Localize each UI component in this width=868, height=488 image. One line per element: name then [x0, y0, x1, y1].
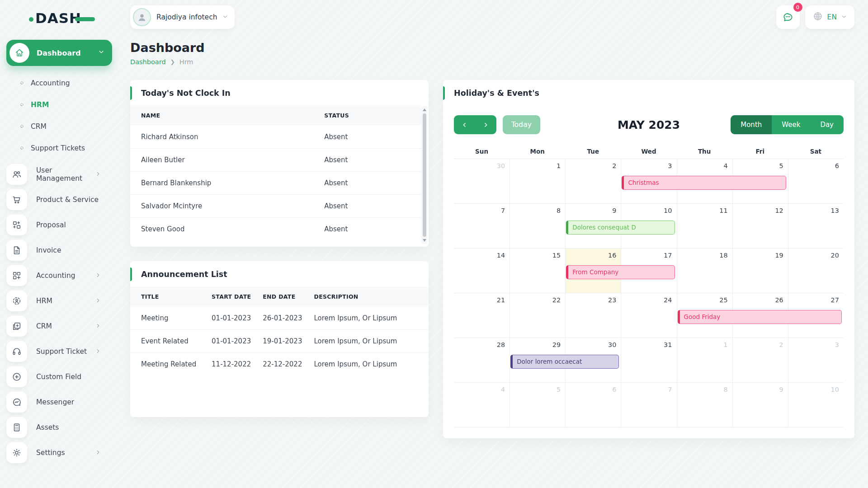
calendar-day-cell[interactable]: 2	[732, 338, 788, 382]
messages-badge: 0	[793, 3, 802, 12]
calendar-day-cell[interactable]: 31	[621, 338, 676, 382]
calendar-day-cell[interactable]: 12	[732, 204, 788, 248]
calendar-day-cell[interactable]: 7	[621, 383, 676, 427]
sidebar-item-messenger[interactable]: Messenger	[6, 389, 112, 415]
calendar-day-cell[interactable]: 30	[454, 159, 509, 203]
prev-month-button[interactable]	[454, 115, 475, 134]
calendar-day-cell[interactable]: 10	[788, 383, 844, 427]
sidebar-item-invoice[interactable]: Invoice	[6, 238, 112, 263]
chevron-down-icon	[98, 48, 105, 57]
calendar-day-cell[interactable]: 5	[509, 383, 565, 427]
cell-description: Lorem Ipsum, Or Lipsum	[314, 353, 418, 375]
calendar-day-cell[interactable]: 1	[509, 159, 565, 203]
sidebar-item-hrm[interactable]: HRM	[6, 288, 112, 314]
calendar-day-cell[interactable]: 1	[677, 338, 732, 382]
sidebar-item-dashboard[interactable]: Dashboard	[6, 40, 112, 66]
calendar-week-row: 14151617181920From Company	[454, 249, 844, 293]
scroll-down-arrow[interactable]	[423, 239, 426, 242]
calendar-day-cell[interactable]: 8	[677, 383, 732, 427]
bullet-icon	[19, 122, 25, 131]
cell-end-date: 26-01-2023	[263, 307, 314, 329]
view-month-button[interactable]: Month	[731, 115, 772, 134]
calendar-event-dolor-lorem-occaecat[interactable]: Dolor lorem occaecat	[510, 355, 619, 369]
chevron-right-icon	[95, 449, 112, 457]
table-row: Meeting01-01-202326-01-2023Lorem Ipsum, …	[130, 307, 429, 329]
today-button[interactable]: Today	[503, 115, 540, 134]
sidebar-item-label: Custom Field	[36, 373, 112, 381]
calendar-day-cell[interactable]: 9	[732, 383, 788, 427]
calendar-week-row: 30123456Christmas	[454, 159, 844, 204]
calendar-event-good-friday[interactable]: Good Friday	[678, 310, 842, 324]
view-week-button[interactable]: Week	[772, 115, 810, 134]
sidebar-item-label: Support Ticket	[36, 347, 95, 356]
calendar-day-cell[interactable]: 20	[788, 249, 844, 293]
calendar-day-cell[interactable]: 3	[788, 338, 844, 382]
calendar-day-cell[interactable]: 13	[788, 204, 844, 248]
sidebar-item-crm[interactable]: CRM	[6, 314, 112, 339]
breadcrumb-dashboard[interactable]: Dashboard	[130, 58, 166, 66]
sidebar-subitem-support-tickets[interactable]: Support Tickets	[6, 137, 112, 159]
scroll-up-arrow[interactable]	[423, 108, 426, 111]
messages-button[interactable]: 0	[776, 5, 800, 29]
calendar-day-cell[interactable]: 28	[454, 338, 509, 382]
sidebar-item-support-ticket[interactable]: Support Ticket	[6, 339, 112, 364]
calendar-day-cell[interactable]: 23	[565, 293, 621, 338]
sidebar-item-accounting[interactable]: Accounting	[6, 263, 112, 288]
column-header-name: NAME	[141, 105, 324, 126]
scrollbar-thumb[interactable]	[423, 113, 426, 237]
table-scrollbar[interactable]	[421, 106, 427, 244]
cell-start-date: 01-01-2023	[212, 330, 263, 352]
next-month-button[interactable]	[475, 115, 496, 134]
proposal-icon	[6, 215, 27, 235]
sidebar-subitem-hrm[interactable]: HRM	[6, 94, 112, 116]
company-selector[interactable]: Rajodiya infotech	[130, 5, 235, 29]
sidebar-item-user-management[interactable]: User Management	[6, 162, 112, 187]
calendar-day-cell[interactable]: 4	[454, 383, 509, 427]
chevron-right-icon	[95, 322, 112, 331]
cell-name: Steven Good	[141, 218, 324, 240]
subitem-label: Accounting	[31, 79, 70, 87]
calendar-toolbar: Today MAY 2023 Month Week Day	[443, 105, 854, 146]
sidebar-item-settings[interactable]: Settings	[6, 440, 112, 465]
cell-status: Absent	[324, 172, 410, 194]
chevron-right-icon	[95, 347, 112, 356]
calendar-event-dolores-consequat-d[interactable]: Dolores consequat D	[566, 221, 675, 235]
sidebar-item-proposal[interactable]: Proposal	[6, 212, 112, 238]
calendar-day-cell[interactable]: 18	[677, 249, 732, 293]
sidebar-item-label: CRM	[36, 322, 95, 330]
weekday-label: Wed	[621, 146, 676, 159]
calendar-day-cell[interactable]: 2	[565, 159, 621, 203]
calendar-event-from-company[interactable]: From Company	[566, 265, 675, 279]
app-logo[interactable]: DASH	[6, 6, 112, 30]
calendar-day-cell[interactable]: 11	[677, 204, 732, 248]
calendar-event-christmas[interactable]: Christmas	[622, 176, 786, 190]
cell-name: Aileen Butler	[141, 149, 324, 171]
sidebar-item-label: User Management	[36, 166, 95, 183]
calendar-nav-group	[454, 115, 496, 134]
weekday-label: Fri	[732, 146, 788, 159]
calendar-day-cell[interactable]: 8	[509, 204, 565, 248]
calendar-week-row: 28293031123Dolor lorem occaecat	[454, 338, 844, 383]
sidebar-item-custom-field[interactable]: Custom Field	[6, 364, 112, 389]
calendar-day-cell[interactable]: 6	[565, 383, 621, 427]
sidebar-subitem-accounting[interactable]: Accounting	[6, 72, 112, 94]
calendar-day-cell[interactable]: 24	[621, 293, 676, 338]
calendar-day-cell[interactable]: 22	[509, 293, 565, 338]
calendar-day-cell[interactable]: 6	[788, 159, 844, 203]
calendar-day-cell[interactable]: 7	[454, 204, 509, 248]
calendar-day-cell[interactable]: 19	[732, 249, 788, 293]
weekday-header: SunMonTueWedThuFriSat	[454, 146, 844, 159]
sidebar-subitem-crm[interactable]: CRM	[6, 116, 112, 137]
language-selector[interactable]: EN	[805, 5, 854, 29]
calendar-day-cell[interactable]: 21	[454, 293, 509, 338]
calendar-card: Holiday's & Event's Today MAY 2023 Month…	[443, 80, 854, 438]
calendar-day-cell[interactable]: 14	[454, 249, 509, 293]
left-column: Today's Not Clock In NAME STATUS Richard…	[130, 80, 429, 417]
sidebar-item-label: Product & Service	[36, 196, 112, 204]
hrm-icon	[6, 291, 27, 311]
calendar-day-cell[interactable]: 15	[509, 249, 565, 293]
sidebar-item-product-service[interactable]: Product & Service	[6, 187, 112, 212]
chat-icon	[782, 11, 794, 23]
sidebar-item-assets[interactable]: Assets	[6, 415, 112, 440]
view-day-button[interactable]: Day	[810, 115, 844, 134]
